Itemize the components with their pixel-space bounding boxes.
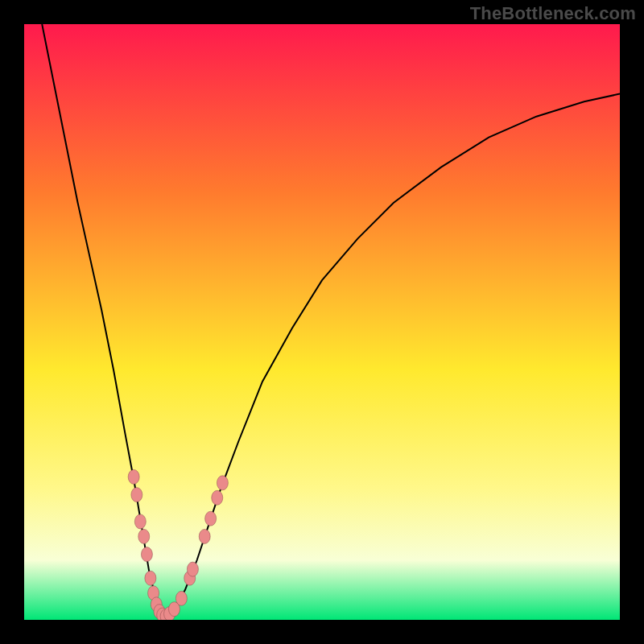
data-marker: [212, 490, 223, 505]
data-marker: [205, 511, 217, 526]
data-marker: [187, 562, 198, 576]
data-marker: [145, 571, 156, 585]
gradient-background: [24, 24, 620, 620]
data-marker: [128, 469, 139, 484]
chart-svg: [24, 24, 620, 620]
data-marker: [141, 547, 152, 562]
data-marker: [131, 488, 142, 502]
data-marker: [175, 591, 187, 605]
data-marker: [199, 529, 210, 543]
data-marker: [217, 476, 228, 490]
watermark-text: TheBottleneck.com: [470, 3, 636, 24]
plot-area: [24, 24, 620, 620]
outer-frame: TheBottleneck.com: [0, 0, 644, 644]
data-marker: [138, 529, 150, 543]
data-marker: [134, 514, 146, 529]
